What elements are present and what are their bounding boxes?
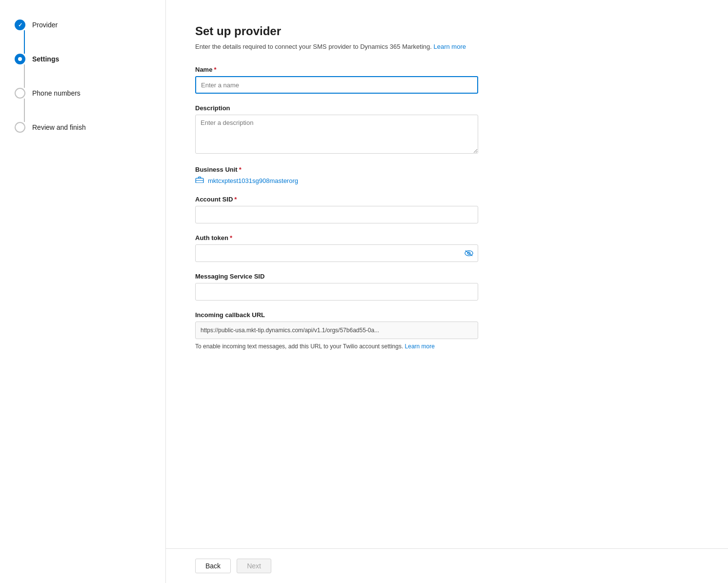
step-label-provider: Provider <box>32 21 58 29</box>
auth-token-label: Auth token* <box>195 234 478 241</box>
back-button[interactable]: Back <box>195 559 231 573</box>
callback-hint: To enable incoming text messages, add th… <box>195 342 478 351</box>
callback-url-input <box>195 322 478 339</box>
step-circle-provider <box>15 20 25 30</box>
connector-2 <box>24 64 25 88</box>
main-content: Set up provider Enter the details requir… <box>166 0 728 583</box>
callback-learn-more-link[interactable]: Learn more <box>405 343 435 350</box>
messaging-service-sid-input[interactable] <box>195 283 478 301</box>
footer: Back Next <box>166 548 728 583</box>
page-subtitle: Enter the details required to connect yo… <box>195 43 699 50</box>
auth-token-field-group: Auth token* <box>195 234 478 262</box>
account-sid-label: Account SID* <box>195 196 478 203</box>
business-unit-field-group: Business Unit * mktcxptest1031sg908maste… <box>195 166 478 185</box>
subtitle-text: Enter the details required to connect yo… <box>195 43 432 50</box>
business-unit-link[interactable]: mktcxptest1031sg908masterorg <box>208 177 298 184</box>
auth-token-input-wrapper <box>195 244 478 262</box>
description-label: Description <box>195 104 478 112</box>
description-field-group: Description <box>195 104 478 155</box>
business-unit-required-star: * <box>239 166 242 173</box>
messaging-service-sid-field-group: Messaging Service SID <box>195 273 478 301</box>
step-label-phone-numbers: Phone numbers <box>32 89 81 97</box>
step-label-review: Review and finish <box>32 123 86 131</box>
description-textarea[interactable] <box>195 115 478 154</box>
step-circle-review <box>15 122 25 133</box>
step-review: Review and finish <box>15 122 151 133</box>
account-sid-field-group: Account SID* <box>195 196 478 223</box>
auth-token-required-star: * <box>230 234 232 241</box>
account-sid-input[interactable] <box>195 206 478 223</box>
step-phone-numbers: Phone numbers <box>15 88 151 99</box>
business-unit-label: Business Unit * <box>195 166 478 173</box>
toggle-password-icon[interactable] <box>465 249 473 258</box>
name-label: Name* <box>195 66 478 73</box>
name-required-star: * <box>214 66 216 73</box>
connector-3 <box>24 99 25 122</box>
step-circle-settings <box>15 54 25 64</box>
next-button[interactable]: Next <box>237 559 271 573</box>
business-unit-value: mktcxptest1031sg908masterorg <box>195 176 478 185</box>
callback-url-field-group: Incoming callback URL To enable incoming… <box>195 311 478 351</box>
step-label-settings: Settings <box>32 55 59 63</box>
account-sid-required-star: * <box>234 196 237 203</box>
step-provider: Provider <box>15 20 151 30</box>
connector-1 <box>24 30 25 54</box>
sidebar: Provider Settings Phone numbers Review a… <box>0 0 166 583</box>
name-input[interactable] <box>195 76 478 94</box>
page-title: Set up provider <box>195 24 699 38</box>
briefcase-icon <box>195 176 204 185</box>
messaging-service-sid-label: Messaging Service SID <box>195 273 478 280</box>
name-field-group: Name* <box>195 66 478 94</box>
callback-url-label: Incoming callback URL <box>195 311 478 319</box>
auth-token-input[interactable] <box>195 244 478 262</box>
step-settings: Settings <box>15 54 151 64</box>
learn-more-link[interactable]: Learn more <box>433 43 465 50</box>
step-circle-phone-numbers <box>15 88 25 99</box>
